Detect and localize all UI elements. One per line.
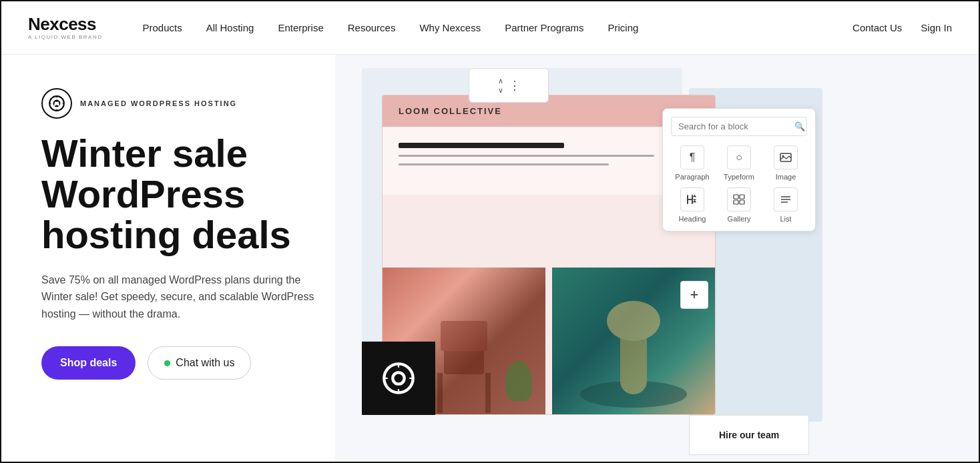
text-line-2 — [399, 163, 609, 165]
main-nav: Products All Hosting Enterprise Resource… — [142, 22, 852, 33]
hire-label: Hire our team — [719, 430, 779, 440]
contact-us-link[interactable]: Contact Us — [852, 22, 902, 33]
editor-mockup: ∧ ∨ ⋮ LOOM COLLECTIVE — [362, 68, 802, 455]
heading-line — [399, 143, 564, 148]
chat-status-dot — [164, 360, 170, 366]
hero-title: Winter sale WordPress hosting deals — [41, 133, 335, 256]
svg-rect-16 — [740, 200, 744, 204]
sign-in-link[interactable]: Sign In — [921, 22, 952, 33]
nav-enterprise[interactable]: Enterprise — [278, 22, 323, 33]
block-typeform[interactable]: ○ Typeform — [718, 145, 760, 181]
paragraph-label: Paragraph — [675, 173, 709, 181]
svg-rect-14 — [740, 195, 744, 199]
toolbar-dots: ⋮ — [509, 78, 520, 93]
gallery-icon-box — [727, 187, 751, 211]
paragraph-icon-box: ¶ — [680, 145, 704, 169]
search-icon: 🔍 — [794, 121, 805, 131]
svg-rect-2 — [441, 321, 487, 351]
hire-our-team-card: Hire our team — [689, 415, 809, 455]
hero-description: Save 75% on all managed WordPress plans … — [41, 272, 322, 323]
svg-rect-11 — [780, 153, 791, 161]
block-gallery[interactable]: Gallery — [718, 187, 760, 223]
block-paragraph[interactable]: ¶ Paragraph — [671, 145, 714, 181]
hero-illustration: ∧ ∨ ⋮ LOOM COLLECTIVE — [335, 55, 979, 463]
block-search[interactable]: 🔍 — [671, 117, 807, 136]
logo[interactable]: Nexcess A Liquid Web Brand — [28, 15, 102, 40]
nav-resources[interactable]: Resources — [348, 22, 396, 33]
chat-label: Chat with us — [176, 357, 234, 369]
nav-partner-programs[interactable]: Partner Programs — [505, 22, 583, 33]
cta-row: Shop deals Chat with us — [41, 346, 335, 380]
header-actions: Contact Us Sign In — [852, 22, 952, 33]
logo-tagline: A Liquid Web Brand — [28, 34, 102, 40]
add-block-button[interactable]: + — [680, 281, 708, 309]
list-label: List — [780, 215, 791, 223]
shop-deals-button[interactable]: Shop deals — [41, 346, 136, 380]
svg-rect-1 — [444, 348, 484, 374]
chat-button[interactable]: Chat with us — [148, 346, 251, 380]
wp-badge: MANAGED WORDPRESS HOSTING — [41, 88, 335, 119]
nav-why-nexcess[interactable]: Why Nexcess — [419, 22, 481, 33]
gallery-label: Gallery — [728, 215, 751, 223]
list-icon-box — [774, 187, 798, 211]
svg-point-10 — [395, 374, 403, 383]
typeform-icon-box: ○ — [727, 145, 751, 169]
hero-section: MANAGED WORDPRESS HOSTING Winter sale Wo… — [1, 55, 335, 463]
svg-rect-3 — [437, 373, 443, 413]
header: Nexcess A Liquid Web Brand Products All … — [1, 1, 979, 55]
block-grid: ¶ Paragraph ○ Typeform Image — [671, 145, 807, 223]
wordpress-icon — [41, 88, 72, 119]
logo-name: Nexcess — [28, 15, 102, 33]
badge-label: MANAGED WORDPRESS HOSTING — [80, 99, 237, 107]
heading-label: Heading — [679, 215, 706, 223]
text-line-1 — [399, 155, 654, 157]
typeform-label: Typeform — [724, 173, 754, 181]
svg-point-7 — [607, 301, 660, 341]
nav-hosting[interactable]: All Hosting — [206, 22, 254, 33]
editor-lines — [399, 143, 699, 165]
toolbar-arrows: ∧ ∨ — [498, 77, 503, 95]
block-picker-panel: 🔍 ¶ Paragraph ○ Typeform — [662, 108, 816, 232]
block-heading[interactable]: Heading — [671, 187, 714, 223]
image-label: Image — [776, 173, 796, 181]
block-image[interactable]: Image — [764, 145, 807, 181]
svg-rect-15 — [734, 200, 738, 204]
heading-icon-box — [680, 187, 704, 211]
editor-toolbar[interactable]: ∧ ∨ ⋮ — [469, 68, 549, 103]
main-content: MANAGED WORDPRESS HOSTING Winter sale Wo… — [1, 55, 979, 463]
svg-rect-13 — [734, 195, 738, 199]
block-search-input[interactable] — [678, 121, 790, 131]
nav-products[interactable]: Products — [142, 22, 182, 33]
image-teal: + — [552, 268, 715, 414]
wp-black-square — [362, 342, 435, 415]
svg-rect-4 — [485, 373, 491, 413]
image-icon-box — [774, 145, 798, 169]
block-list[interactable]: List — [764, 187, 807, 223]
nav-pricing[interactable]: Pricing — [608, 22, 639, 33]
